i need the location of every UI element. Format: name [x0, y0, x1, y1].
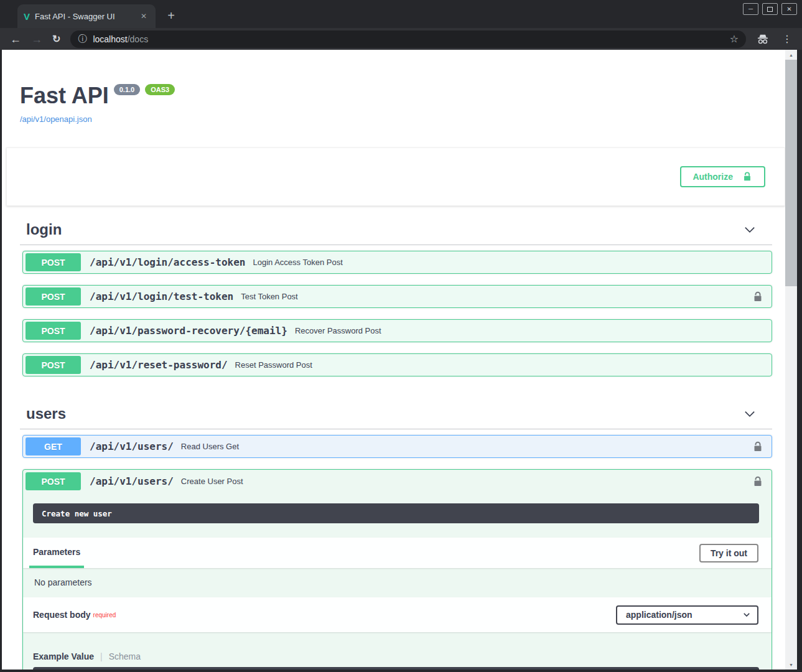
- scroll-up-icon[interactable]: ▲: [785, 50, 797, 60]
- section-header-login[interactable]: login: [20, 206, 772, 245]
- section-users: users GET /api/v1/users/ Read Users Get: [20, 388, 772, 670]
- media-type-select[interactable]: application/json: [616, 605, 758, 625]
- section-title: users: [26, 405, 66, 422]
- try-it-out-button[interactable]: Try it out: [699, 544, 758, 562]
- media-type-value: application/json: [626, 610, 692, 620]
- site-info-icon[interactable]: ⓘ: [78, 34, 86, 45]
- scroll-down-icon[interactable]: ▼: [785, 660, 797, 670]
- page-viewport: Fast API 0.1.0 OAS3 /api/v1/openapi.json…: [2, 50, 785, 670]
- back-icon[interactable]: ←: [10, 34, 21, 45]
- url-path: /docs: [128, 34, 148, 44]
- address-bar[interactable]: ⓘ localhost/docs ☆: [70, 30, 746, 48]
- endpoint-summary: Login Access Token Post: [253, 258, 342, 267]
- section-login: login POST /api/v1/login/access-token Lo…: [20, 206, 772, 376]
- oas3-badge: OAS3: [145, 84, 175, 95]
- url-text: localhost/docs: [93, 34, 148, 44]
- reload-icon[interactable]: ↻: [52, 34, 60, 44]
- endpoint-summary: Read Users Get: [181, 442, 239, 451]
- parameters-header: Parameters Try it out: [23, 538, 772, 568]
- auth-lock-button[interactable]: [752, 441, 764, 453]
- tab-schema[interactable]: Schema: [109, 651, 141, 661]
- api-info: Fast API 0.1.0 OAS3 /api/v1/openapi.json: [2, 50, 785, 124]
- browser-toolbar: ← → ↻ ⓘ localhost/docs ☆ ⋮: [0, 28, 802, 50]
- chevron-down-icon: [742, 610, 751, 619]
- endpoint-path: /api/v1/users/: [90, 441, 174, 452]
- unlock-icon: [752, 441, 764, 453]
- fastapi-favicon-icon: V: [24, 12, 30, 21]
- endpoint-row[interactable]: POST /api/v1/password-recovery/{email} R…: [22, 319, 772, 342]
- example-code-block: {: [33, 667, 759, 670]
- tab-example-value[interactable]: Example Value: [33, 651, 94, 661]
- tab-separator: |: [100, 651, 103, 661]
- endpoint-path: /api/v1/login/access-token: [90, 256, 245, 268]
- endpoint-row[interactable]: POST /api/v1/reset-password/ Reset Passw…: [22, 353, 772, 376]
- maximize-button[interactable]: [762, 3, 778, 15]
- authorize-button[interactable]: Authorize: [680, 166, 765, 187]
- endpoint-summary: Test Token Post: [241, 292, 298, 301]
- endpoint-summary: Recover Password Post: [295, 326, 381, 335]
- method-badge: POST: [26, 356, 81, 374]
- new-tab-button[interactable]: +: [163, 7, 179, 24]
- tab-parameters[interactable]: Parameters: [29, 538, 84, 568]
- browser-tab[interactable]: V Fast API - Swagger UI ✕: [17, 4, 156, 28]
- scrollbar-thumb[interactable]: [785, 60, 797, 286]
- endpoint-row[interactable]: POST /api/v1/login/access-token Login Ac…: [22, 251, 772, 274]
- method-badge: POST: [26, 287, 81, 306]
- url-host: localhost: [93, 34, 127, 44]
- method-badge: GET: [26, 437, 81, 455]
- endpoint-path: /api/v1/users/: [90, 475, 174, 487]
- chevron-down-icon[interactable]: [743, 223, 757, 236]
- unlock-icon: [752, 291, 764, 303]
- browser-titlebar: V Fast API - Swagger UI ✕ + ─ ✕: [0, 0, 802, 28]
- openapi-spec-link[interactable]: /api/v1/openapi.json: [20, 114, 92, 124]
- endpoint-summary: Create User Post: [181, 477, 243, 486]
- section-title: login: [26, 221, 62, 238]
- forward-icon[interactable]: →: [31, 34, 42, 45]
- endpoint-row[interactable]: POST /api/v1/login/test-token Test Token…: [22, 285, 772, 308]
- close-button[interactable]: ✕: [781, 3, 797, 15]
- auth-lock-button[interactable]: [752, 291, 764, 303]
- maximize-icon: [767, 7, 773, 12]
- browser-menu-icon[interactable]: ⋮: [780, 33, 795, 45]
- page-title: Fast API: [20, 83, 109, 109]
- chevron-down-icon[interactable]: [743, 407, 757, 421]
- request-body-label: Request body: [33, 610, 91, 620]
- tab-title: Fast API - Swagger UI: [35, 12, 133, 21]
- expanded-endpoint-block: POST /api/v1/users/ Create User Post Cre…: [22, 469, 772, 670]
- minimize-button[interactable]: ─: [743, 3, 758, 15]
- request-body-header: Request body required application/json: [23, 597, 772, 632]
- version-badge: 0.1.0: [114, 84, 140, 95]
- method-badge: POST: [26, 472, 81, 490]
- authorize-label: Authorize: [692, 172, 733, 182]
- section-header-users[interactable]: users: [20, 388, 772, 429]
- endpoint-row[interactable]: POST /api/v1/users/ Create User Post: [23, 470, 772, 493]
- window-controls: ─ ✕: [743, 3, 797, 15]
- model-example-tabs: Example Value | Schema: [33, 651, 772, 661]
- unlock-icon: [742, 171, 753, 182]
- method-badge: POST: [26, 253, 81, 271]
- endpoint-summary: Reset Password Post: [235, 360, 312, 370]
- endpoint-path: /api/v1/reset-password/: [90, 359, 228, 371]
- no-parameters-text: No parameters: [23, 568, 772, 597]
- bookmark-star-icon[interactable]: ☆: [730, 33, 739, 45]
- tab-close-icon[interactable]: ✕: [138, 11, 149, 22]
- unlock-icon: [752, 475, 764, 488]
- endpoint-description-banner: Create new user: [33, 503, 759, 523]
- method-badge: POST: [26, 322, 81, 340]
- page-scrollbar[interactable]: ▲ ▼: [785, 50, 797, 670]
- auth-lock-button[interactable]: [752, 475, 764, 488]
- endpoint-row[interactable]: GET /api/v1/users/ Read Users Get: [22, 435, 772, 458]
- endpoint-path: /api/v1/password-recovery/{email}: [90, 325, 287, 337]
- endpoint-path: /api/v1/login/test-token: [90, 291, 233, 302]
- required-label: required: [93, 612, 116, 618]
- incognito-icon: [756, 34, 770, 45]
- scheme-container: Authorize: [6, 147, 785, 206]
